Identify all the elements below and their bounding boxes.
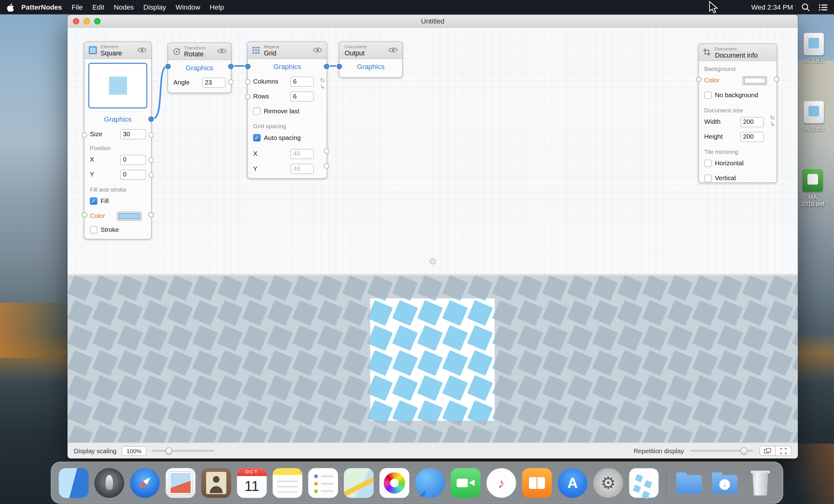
node-canvas[interactable]: Element Square Graphics Size Position X (67, 27, 798, 275)
node-rotate[interactable]: Transform Rotate Graphics Angle (168, 42, 231, 93)
menu-bar-clock[interactable]: Wed 2:34 PM (751, 3, 793, 11)
slider-knob[interactable] (741, 447, 747, 454)
dock-patternodes[interactable] (629, 468, 659, 498)
dock-ibooks[interactable] (522, 468, 552, 498)
link-width-height-icons[interactable]: ↻ ↳ (770, 114, 775, 127)
dock-maps[interactable] (344, 468, 374, 498)
height-input[interactable] (741, 132, 764, 142)
connection-wire[interactable] (152, 66, 168, 118)
node-document-info[interactable]: Document Document info Background Color … (698, 44, 777, 183)
spotlight-search-icon[interactable] (802, 3, 810, 11)
angle-input[interactable] (202, 78, 226, 88)
angle-port[interactable] (228, 79, 234, 85)
node-document-info-header[interactable]: Document Document info (699, 44, 777, 61)
dock-trash[interactable] (745, 468, 775, 498)
dock-itunes[interactable]: ♪ (486, 468, 516, 498)
close-button[interactable] (73, 18, 79, 24)
auto-spacing-checkbox[interactable]: ✓ (253, 134, 261, 141)
menu-display[interactable]: Display (143, 3, 166, 11)
desktop-icon-pdf[interactable]: МА 2016.pdf (796, 169, 830, 207)
dock-folder[interactable] (674, 468, 704, 498)
dock-messages[interactable] (415, 468, 445, 498)
size-input[interactable] (120, 129, 146, 139)
slider-knob[interactable] (165, 447, 172, 454)
repetition-display-slider[interactable] (690, 450, 753, 452)
node-rotate-header[interactable]: Transform Rotate (168, 43, 231, 60)
node-square[interactable]: Element Square Graphics Size Position X (84, 42, 151, 239)
corner-arrow-icon[interactable]: ↳ (320, 84, 325, 90)
fill-color-swatch[interactable] (117, 212, 141, 220)
rows-input[interactable] (290, 91, 314, 102)
notification-center-icon[interactable] (818, 3, 828, 11)
desktop-icon-1[interactable]: es 1.8.5 (797, 33, 831, 64)
dock-calendar[interactable]: OCT 11 (237, 468, 266, 498)
x-input[interactable] (120, 154, 146, 165)
stroke-checkbox[interactable] (90, 226, 97, 234)
spacing-y-input[interactable] (290, 163, 314, 174)
sync-icon[interactable]: ↻ (770, 114, 775, 121)
dock-finder[interactable] (59, 468, 89, 498)
node-output-header[interactable]: Document Output (339, 42, 402, 59)
spacing-x-port[interactable] (324, 148, 329, 154)
node-grid-header[interactable]: Repeat Grid (248, 42, 327, 59)
window-title-bar[interactable]: Untitled (67, 15, 798, 27)
node-grid[interactable]: Repeat Grid Graphics Columns Rows ↻ ↳ (247, 42, 327, 179)
graphics-output-port[interactable] (324, 64, 329, 69)
y-port[interactable] (148, 172, 154, 178)
tiled-view-button[interactable] (760, 446, 775, 456)
color-port-right[interactable] (148, 212, 154, 218)
graphics-input-port[interactable] (245, 64, 250, 69)
fullscreen-view-button[interactable] (775, 446, 792, 456)
spacing-x-input[interactable] (290, 149, 314, 159)
dock-mail[interactable] (166, 468, 195, 498)
y-input[interactable] (120, 169, 146, 179)
spacing-y-port[interactable] (324, 163, 329, 169)
vertical-checkbox[interactable] (704, 175, 712, 182)
columns-input[interactable] (290, 76, 314, 87)
menu-help[interactable]: Help (210, 3, 224, 11)
node-square-header[interactable]: Element Square (85, 42, 151, 59)
background-color-port-left[interactable] (696, 76, 702, 82)
fill-checkbox[interactable]: ✓ (90, 197, 97, 205)
columns-port[interactable] (245, 79, 250, 85)
node-output[interactable]: Document Output Graphics (339, 42, 402, 78)
dock-facetime[interactable] (451, 468, 480, 498)
graphics-output-port[interactable] (148, 116, 154, 122)
graphics-input-port[interactable] (337, 64, 342, 69)
visibility-eye-icon[interactable] (217, 48, 227, 54)
horizontal-checkbox[interactable] (704, 159, 712, 167)
dock-reminders[interactable] (308, 468, 338, 498)
pane-splitter-handle[interactable] (430, 259, 436, 264)
rows-port[interactable] (245, 94, 250, 100)
apple-menu-icon[interactable] (6, 3, 14, 11)
dock-app-store[interactable]: A (557, 468, 587, 498)
zoom-button[interactable] (94, 18, 101, 24)
display-scaling-slider[interactable] (152, 450, 215, 452)
visibility-eye-icon[interactable] (388, 47, 398, 53)
dock-system-preferences[interactable]: ⚙ (593, 468, 623, 498)
display-scaling-value[interactable]: 100% (122, 446, 147, 456)
menu-nodes[interactable]: Nodes (114, 3, 134, 11)
minimize-button[interactable] (84, 18, 90, 24)
menu-file[interactable]: File (71, 3, 83, 11)
background-color-swatch[interactable] (742, 76, 767, 85)
app-menu-title[interactable]: PatterNodes (21, 3, 62, 11)
color-port-left[interactable] (82, 212, 87, 218)
size-port-right[interactable] (148, 132, 154, 138)
x-port[interactable] (148, 158, 154, 163)
desktop-icon-2[interactable]: es 1.8.5 (797, 101, 831, 132)
size-port-left[interactable] (82, 132, 87, 138)
dock-contacts[interactable] (201, 468, 231, 498)
visibility-eye-icon[interactable] (137, 47, 147, 53)
dock-photos[interactable] (379, 468, 409, 498)
sync-icon[interactable]: ↻ (320, 77, 325, 84)
menu-window[interactable]: Window (176, 3, 200, 11)
graphics-output-port[interactable] (228, 64, 234, 69)
dock-notes[interactable] (273, 468, 303, 498)
dock-downloads[interactable]: ↓ (710, 468, 740, 498)
corner-arrow-icon[interactable]: ↳ (770, 121, 775, 127)
link-columns-rows-icons[interactable]: ↻ ↳ (320, 77, 325, 90)
menu-edit[interactable]: Edit (92, 3, 104, 11)
no-background-checkbox[interactable] (704, 92, 712, 99)
remove-last-checkbox[interactable] (253, 107, 261, 115)
